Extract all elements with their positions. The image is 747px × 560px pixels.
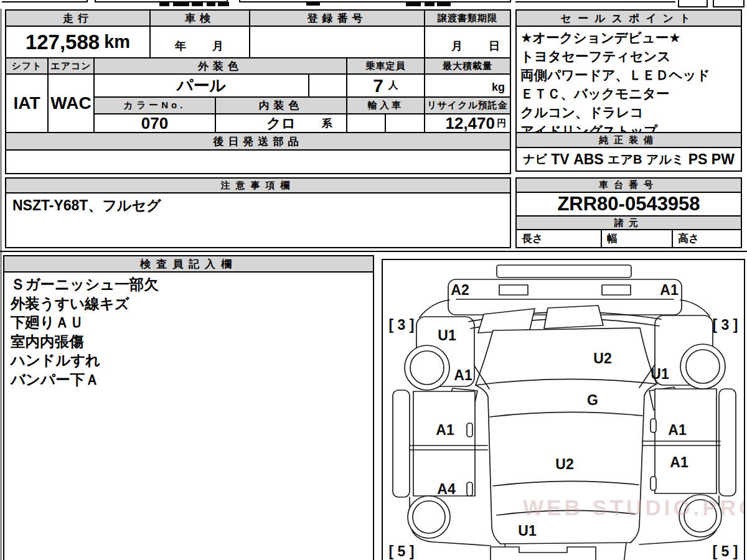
mileage-unit: km <box>104 32 130 52</box>
sales-points-title: セールスポイント <box>561 11 697 26</box>
equipment-box: 純正装備 ナビ TV ABS エアB アルミ PS PW <box>515 132 742 172</box>
specs-header: 諸元 <box>517 217 741 230</box>
mileage-value: 127,588 km <box>6 27 151 58</box>
aircon-header-label: エアコン <box>50 60 91 72</box>
exterior-color-header: 外装色 <box>95 58 347 75</box>
capacity-number: 7 <box>373 75 383 96</box>
deadline-placeholder: 月 日 <box>451 39 501 54</box>
damage-code-label: A1 <box>436 422 454 439</box>
max-load-header: 最大積載量 <box>425 58 510 75</box>
section-separator-line <box>0 251 747 252</box>
sales-point-line: ★オークションデビュー★ <box>520 29 737 47</box>
auction-sheet-page: 走行 車検 登録番号 譲渡書類期限 127,588 km 年 月 月 日 シフト… <box>0 0 747 560</box>
cutoff-text-fragment <box>159 2 169 6</box>
inspector-line: バンパー下Ａ <box>11 370 367 390</box>
equipment-item: PS <box>688 151 708 168</box>
exterior-color-header-label: 外装色 <box>198 59 243 73</box>
cutoff-text-fragment <box>218 2 229 6</box>
shaken-header: 車検 <box>151 11 250 27</box>
capacity-header-label: 乗車定員 <box>366 60 406 72</box>
cutoff-text-fragment <box>437 1 451 6</box>
cutoff-text-fragment <box>425 2 435 6</box>
color-no-text: 070 <box>141 114 168 133</box>
interior-color-text: クロ <box>266 114 296 133</box>
sales-points-header: セールスポイント <box>517 11 741 27</box>
damage-code-label: U1 <box>438 327 456 344</box>
vehicle-info-table: 走行 車検 登録番号 譲渡書類期限 127,588 km 年 月 月 日 シフト… <box>5 9 511 174</box>
equipment-item: エアB <box>608 151 642 168</box>
cutoff-header-row <box>0 0 747 9</box>
import-header: 輸入車 <box>347 98 425 114</box>
notes-content: NSZT-Y68T、フルセグ <box>6 194 510 247</box>
equipment-item: PW <box>712 151 735 168</box>
sales-points-box: セールスポイント ★オークションデビュー★ トヨタセーフティセンス 両側パワード… <box>515 9 742 140</box>
aircon-value-text: WAC <box>50 93 91 113</box>
exterior-color-subcell <box>309 75 347 98</box>
notes-title: 注意事項欄 <box>221 180 296 192</box>
damage-code-label: [ 3 ] <box>713 317 738 334</box>
shaken-placeholder: 年 月 <box>175 39 225 54</box>
interior-color-header: 内装色 <box>216 98 347 114</box>
damage-code-label: U1 <box>651 366 669 383</box>
recycle-number: 12,470 <box>445 114 495 133</box>
recycle-header-label: リサイクル預託金 <box>427 100 508 111</box>
damage-code-label: A1 <box>454 367 472 384</box>
inspector-line: 外装うすい線キズ <box>11 294 367 314</box>
shift-value-text: IAT <box>13 93 40 113</box>
color-no-value: 070 <box>95 114 216 133</box>
damage-code-label: U1 <box>518 523 536 539</box>
import-value-left <box>347 114 386 133</box>
cutoff-text-fragment <box>173 1 189 6</box>
sales-point-line: 両側パワードア、ＬＥＤヘッド <box>520 66 737 85</box>
sales-point-line: クルコン、ドラレコ <box>520 103 737 122</box>
damage-code-label: [ 5 ] <box>389 543 415 560</box>
interior-color-suffix: 系 <box>322 116 332 131</box>
damage-code-label: G <box>587 392 598 409</box>
notes-header: 注意事項欄 <box>6 179 510 194</box>
inspector-line: 下廻りＡＵ <box>11 313 367 332</box>
damage-code-label: A1 <box>670 454 688 471</box>
capacity-unit: 人 <box>388 79 398 92</box>
damage-code-label: A1 <box>668 422 686 439</box>
deadline-header-label: 譲渡書類期限 <box>438 12 497 24</box>
equipment-item: アルミ <box>646 151 684 168</box>
equipment-header: 純正装備 <box>517 133 741 148</box>
damage-code-label: A2 <box>451 282 469 299</box>
deadline-header: 譲渡書類期限 <box>425 11 510 27</box>
interior-color-value: クロ 系 <box>216 114 347 133</box>
damage-labels: A2A1[ 3 ][ 3 ]U1U2A1U1GA1A1U2A1A4U1[ 5 ]… <box>383 260 744 560</box>
equipment-item: ABS <box>573 151 604 168</box>
interior-color-header-label: 内装色 <box>259 98 304 113</box>
import-value-right <box>386 114 425 133</box>
sales-points-list: ★オークションデビュー★ トヨタセーフティセンス 両側パワードア、ＬＥＤヘッド … <box>517 27 741 139</box>
registration-header-label: 登録番号 <box>308 11 367 26</box>
equipment-row: ナビ TV ABS エアB アルミ PS PW <box>517 148 741 170</box>
spec-height-cell: 高さ <box>673 230 741 247</box>
later-parts-header-label: 後日発送部品 <box>214 134 303 149</box>
shift-value: IAT <box>6 75 49 133</box>
equipment-item: TV <box>551 151 569 168</box>
damage-code-label: [ 5 ] <box>713 543 738 560</box>
registration-header: 登録番号 <box>250 11 425 27</box>
shaken-value: 年 月 <box>151 27 250 58</box>
color-no-header-label: カラーNo. <box>124 100 186 111</box>
max-load-header-label: 最大積載量 <box>443 60 492 72</box>
equipment-title: 純正装備 <box>599 134 659 146</box>
cutoff-text-fragment <box>306 2 320 6</box>
chassis-title: 車台番号 <box>599 179 659 191</box>
mileage-number: 127,588 <box>26 30 100 54</box>
cutoff-text-fragment <box>406 1 421 6</box>
shift-header-label: シフト <box>11 60 42 72</box>
inspector-list: Ｓガーニッシュ一部欠 外装うすい線キズ 下廻りＡＵ 室内内張傷 ハンドルすれ バ… <box>4 273 373 559</box>
recycle-header: リサイクル預託金 <box>425 98 510 114</box>
damage-code-label: [ 3 ] <box>389 317 415 334</box>
sales-point-line: トヨタセーフティセンス <box>520 47 737 66</box>
notes-box: 注意事項欄 NSZT-Y68T、フルセグ <box>5 177 511 248</box>
spec-width-cell: 幅 <box>602 230 673 247</box>
scan-left-edge <box>0 0 2 560</box>
mileage-header-label: 走行 <box>63 11 93 26</box>
damage-code-label: U2 <box>593 350 611 367</box>
cutoff-text-fragment <box>207 1 215 6</box>
mileage-header: 走行 <box>6 11 151 27</box>
inspector-box: 検査員記入欄 Ｓガーニッシュ一部欠 外装うすい線キズ 下廻りＡＵ 室内内張傷 ハ… <box>3 255 374 560</box>
